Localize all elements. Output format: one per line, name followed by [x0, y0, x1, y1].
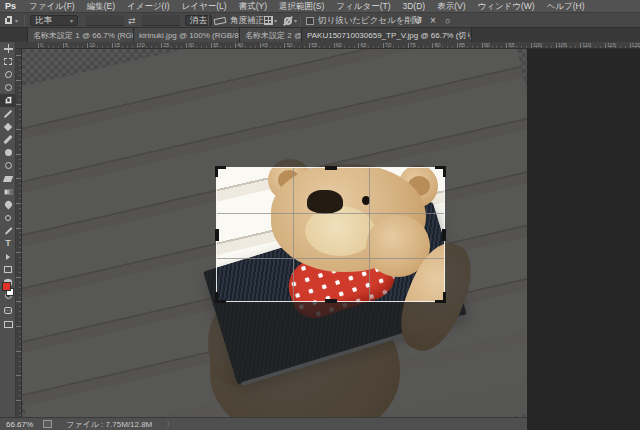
- menu-view[interactable]: 表示(V): [431, 0, 471, 13]
- menu-3d[interactable]: 3D(D): [396, 0, 431, 13]
- tab-untitled-2[interactable]: 名称未設定 2 @ 66.7% (RGB/8) ×: [240, 28, 302, 42]
- ruler-label: 60: [336, 42, 342, 48]
- crop-bounding-box[interactable]: [216, 167, 445, 302]
- aspect-ratio-value: 比率: [35, 15, 52, 27]
- eyedropper-tool[interactable]: [0, 107, 16, 120]
- crop-height-input[interactable]: [142, 13, 180, 28]
- history-brush-icon: [5, 162, 12, 169]
- horizontal-ruler[interactable]: 0510152025303540455055606570758085909510…: [16, 42, 640, 49]
- crop-handle-top[interactable]: [325, 166, 337, 170]
- chevron-down-icon: ▾: [15, 17, 18, 24]
- menu-file[interactable]: ファイル(F): [23, 0, 81, 13]
- marquee-tool[interactable]: [0, 55, 16, 68]
- eraser-icon: [3, 176, 13, 182]
- tab-kirinuki[interactable]: kirinuki.jpg @ 100% (RGB/8#) ×: [134, 28, 240, 42]
- crop-handle-top-right[interactable]: [435, 166, 446, 177]
- arrow-icon: [6, 254, 10, 260]
- quick-mask-button[interactable]: [0, 304, 16, 317]
- clone-stamp-tool[interactable]: [0, 146, 16, 159]
- move-tool[interactable]: [0, 42, 16, 55]
- ruler-label: 5: [65, 42, 68, 48]
- healing-icon: [4, 122, 12, 130]
- crop-handle-right[interactable]: [442, 229, 446, 241]
- ruler-label: 115: [607, 42, 616, 48]
- ruler-label: 75: [410, 42, 416, 48]
- cancel-crop-button[interactable]: ×: [430, 13, 436, 28]
- ruler-label: 55: [311, 42, 317, 48]
- crop-handle-top-left[interactable]: [215, 166, 226, 177]
- pen-icon: [4, 227, 11, 234]
- crop-tool-selected[interactable]: [0, 94, 16, 107]
- menu-window[interactable]: ウィンドウ(W): [472, 0, 541, 13]
- chevron-down-icon: ▾: [274, 17, 277, 24]
- menu-edit[interactable]: 編集(E): [81, 0, 121, 13]
- chevron-down-icon: ▾: [70, 17, 73, 24]
- color-swatches[interactable]: [1, 282, 15, 297]
- commit-crop-button[interactable]: ○: [445, 13, 450, 28]
- ruler-label: 10: [89, 42, 95, 48]
- crop-width-input[interactable]: [86, 13, 124, 28]
- ruler-label: 80: [434, 42, 440, 48]
- overlay-options-button[interactable]: ▾: [264, 13, 277, 28]
- commit-icon: ○: [445, 16, 450, 26]
- crop-grid-line: [369, 168, 370, 301]
- menu-select[interactable]: 選択範囲(S): [273, 0, 330, 13]
- history-brush-tool[interactable]: [0, 159, 16, 172]
- crop-options-button[interactable]: ▾: [284, 13, 297, 28]
- ruler-label: 45: [262, 42, 268, 48]
- menu-image[interactable]: イメージ(I): [121, 0, 176, 13]
- crop-handle-left[interactable]: [215, 229, 219, 241]
- eraser-tool[interactable]: [0, 172, 16, 185]
- tab-title: kirinuki.jpg @ 100% (RGB/8#): [139, 31, 240, 40]
- pen-tool[interactable]: [0, 224, 16, 237]
- type-tool[interactable]: T: [0, 237, 16, 250]
- reset-crop-button[interactable]: ↺: [414, 13, 422, 28]
- screen-mode-button[interactable]: [0, 318, 16, 331]
- reset-icon: ↺: [414, 15, 422, 26]
- delete-cropped-pixels-checkbox[interactable]: 切り抜いたピクセルを削除: [306, 13, 422, 28]
- lasso-icon: [5, 71, 12, 78]
- swap-dimensions-button[interactable]: ⇄: [128, 13, 136, 28]
- blur-tool[interactable]: [0, 198, 16, 211]
- tab-title: PAKU150710030659_TP_V.jpg @ 66.7% (切り抜きプ…: [307, 30, 472, 41]
- crop-grid-line: [217, 213, 444, 214]
- crop-icon: [4, 97, 11, 104]
- ruler-label: 0: [40, 42, 43, 48]
- gradient-tool[interactable]: [0, 185, 16, 198]
- straighten-button[interactable]: 角度補正: [214, 13, 264, 28]
- quick-selection-tool[interactable]: [0, 81, 16, 94]
- options-bar: ▾ 比率 ▾ ⇄ 消去 角度補正 ▾ ▾ 切り抜いたピクセルを削除 ↺ ×: [0, 13, 640, 28]
- lasso-tool[interactable]: [0, 68, 16, 81]
- tab-untitled-1[interactable]: 名称未設定 1 @ 66.7% (RGB/8) ×: [28, 28, 134, 42]
- move-icon: [4, 44, 13, 53]
- dodge-tool[interactable]: [0, 211, 16, 224]
- crop-tool-icon: [4, 16, 13, 25]
- document-canvas[interactable]: [22, 49, 527, 417]
- ruler-label: 85: [459, 42, 465, 48]
- brush-tool[interactable]: [0, 133, 16, 146]
- crop-handle-bottom-right[interactable]: [435, 292, 446, 303]
- tab-title: 名称未設定 1 @ 66.7% (RGB/8): [33, 30, 134, 41]
- menu-filter[interactable]: フィルター(T): [330, 0, 396, 13]
- shape-tool[interactable]: [0, 263, 16, 276]
- menu-layer[interactable]: レイヤー(L): [176, 0, 233, 13]
- spot-healing-tool[interactable]: [0, 120, 16, 133]
- chevron-down-icon: ▾: [294, 17, 297, 24]
- path-selection-tool[interactable]: [0, 250, 16, 263]
- menu-help[interactable]: ヘルプ(H): [541, 0, 591, 13]
- zoom-level-field[interactable]: 66.67%: [6, 420, 33, 429]
- quick-mask-icon: [4, 307, 12, 314]
- ruler-label: 35: [213, 42, 219, 48]
- type-icon: T: [5, 239, 11, 248]
- tab-bar-spacer: [0, 28, 28, 42]
- crop-tool-preset[interactable]: ▾: [4, 13, 18, 28]
- crop-handle-bottom-left[interactable]: [215, 292, 226, 303]
- status-bar: 66.67% ファイル : 7.75M/12.8M 〉: [0, 417, 527, 430]
- aspect-ratio-select[interactable]: 比率 ▾: [30, 13, 78, 28]
- crop-grid-line: [293, 168, 294, 301]
- crop-handle-bottom[interactable]: [325, 299, 337, 303]
- tab-paku-active[interactable]: PAKU150710030659_TP_V.jpg @ 66.7% (切り抜きプ…: [302, 28, 472, 42]
- status-expander-arrow[interactable]: 〉: [166, 419, 174, 430]
- menu-type[interactable]: 書式(Y): [233, 0, 273, 13]
- foreground-color-swatch[interactable]: [2, 282, 11, 291]
